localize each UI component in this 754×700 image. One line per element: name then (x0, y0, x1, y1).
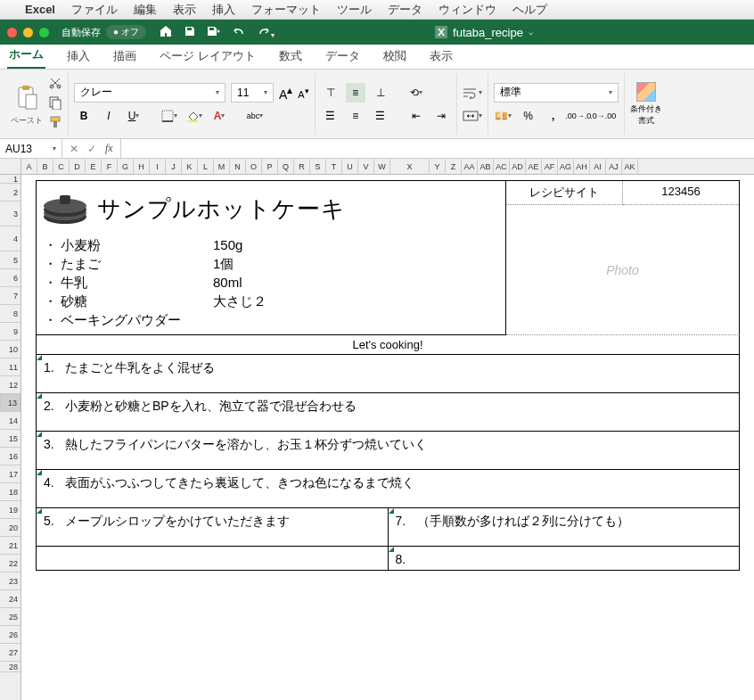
row-header-16[interactable]: 16 (0, 448, 20, 465)
col-header-AG[interactable]: AG (558, 159, 574, 174)
row-header-1[interactable]: 1 (0, 175, 20, 184)
col-header-R[interactable]: R (294, 159, 310, 174)
tab-home[interactable]: ホーム (7, 43, 45, 69)
row-header-20[interactable]: 20 (0, 519, 20, 537)
col-header-AA[interactable]: AA (462, 159, 478, 174)
col-header-D[interactable]: D (70, 159, 86, 174)
col-header-AI[interactable]: AI (590, 159, 606, 174)
italic-button[interactable]: I (99, 106, 119, 126)
row-header-27[interactable]: 27 (0, 644, 20, 662)
select-all-corner[interactable] (0, 159, 21, 174)
save-as-icon[interactable] (207, 25, 221, 40)
number-format-select[interactable]: 標準▾ (494, 83, 619, 103)
col-header-AB[interactable]: AB (478, 159, 494, 174)
col-header-K[interactable]: K (182, 159, 198, 174)
menu-tools[interactable]: ツール (337, 2, 372, 18)
col-header-Z[interactable]: Z (446, 159, 462, 174)
row-header-3[interactable]: 3 (0, 202, 20, 226)
row-header-17[interactable]: 17 (0, 465, 20, 483)
close-button[interactable] (7, 28, 17, 37)
tab-layout[interactable]: ページ レイアウト (158, 45, 258, 69)
home-icon[interactable] (159, 24, 173, 41)
row-header-2[interactable]: 2 (0, 184, 20, 202)
row-header-4[interactable]: 4 (0, 226, 20, 251)
merge-cells-icon[interactable]: ▾ (463, 106, 482, 126)
col-header-Q[interactable]: Q (278, 159, 294, 174)
minimize-button[interactable] (23, 28, 33, 37)
col-header-O[interactable]: O (246, 159, 262, 174)
row-header-14[interactable]: 14 (0, 412, 20, 430)
col-header-J[interactable]: J (166, 159, 182, 174)
row-header-9[interactable]: 9 (0, 323, 20, 341)
row-header-22[interactable]: 22 (0, 555, 20, 572)
col-header-S[interactable]: S (310, 159, 326, 174)
col-header-AE[interactable]: AE (526, 159, 542, 174)
col-header-F[interactable]: F (102, 159, 118, 174)
col-header-I[interactable]: I (150, 159, 166, 174)
align-bottom-icon[interactable]: ⊥ (371, 83, 390, 103)
menu-view[interactable]: 表示 (173, 2, 196, 18)
app-name[interactable]: Excel (25, 3, 55, 16)
indent-increase-icon[interactable]: ⇥ (431, 106, 451, 126)
decrease-font-icon[interactable]: A▾ (298, 86, 308, 100)
row-header-5[interactable]: 5 (0, 251, 20, 269)
percent-icon[interactable]: % (519, 106, 538, 126)
col-header-V[interactable]: V (358, 159, 374, 174)
menu-window[interactable]: ウィンドウ (438, 2, 496, 18)
row-header-13[interactable]: 13 (0, 394, 20, 412)
comma-icon[interactable]: , (544, 106, 563, 126)
align-center-icon[interactable]: ≡ (346, 106, 365, 126)
menu-data[interactable]: データ (388, 2, 422, 18)
col-header-A[interactable]: A (21, 159, 37, 174)
document-title[interactable]: futaba_recipe ⌵ (221, 26, 533, 39)
underline-button[interactable]: U▾ (124, 106, 143, 126)
font-color-button[interactable]: A▾ (209, 106, 229, 126)
col-header-P[interactable]: P (262, 159, 278, 174)
col-header-W[interactable]: W (374, 159, 390, 174)
row-header-6[interactable]: 6 (0, 269, 20, 287)
font-name-select[interactable]: クレー▾ (74, 83, 225, 103)
zoom-button[interactable] (39, 28, 49, 37)
decrease-decimal-icon[interactable]: .0→.00 (594, 106, 613, 126)
col-header-AJ[interactable]: AJ (606, 159, 622, 174)
fx-icon[interactable]: fx (105, 142, 113, 155)
col-header-N[interactable]: N (230, 159, 246, 174)
menu-format[interactable]: フォーマット (251, 2, 321, 18)
tab-formulas[interactable]: 数式 (277, 45, 304, 69)
row-header-11[interactable]: 11 (0, 358, 20, 376)
increase-font-icon[interactable]: A▴ (279, 84, 292, 102)
col-header-L[interactable]: L (198, 159, 214, 174)
row-header-26[interactable]: 26 (0, 626, 20, 644)
bold-button[interactable]: B (74, 106, 94, 126)
row-header-12[interactable]: 12 (0, 376, 20, 394)
col-header-H[interactable]: H (134, 159, 150, 174)
row-header-23[interactable]: 23 (0, 572, 20, 590)
col-header-U[interactable]: U (342, 159, 358, 174)
align-top-icon[interactable]: ⊤ (321, 83, 340, 103)
cut-icon[interactable] (48, 76, 62, 93)
row-header-10[interactable]: 10 (0, 341, 20, 358)
orientation-icon[interactable]: ⟲▾ (406, 83, 426, 103)
autosave-toggle[interactable]: 自動保存 ● オフ (61, 25, 146, 39)
row-header-25[interactable]: 25 (0, 608, 20, 626)
col-header-C[interactable]: C (53, 159, 70, 174)
border-button[interactable]: ▾ (160, 106, 179, 126)
menu-edit[interactable]: 編集 (134, 2, 157, 18)
conditional-formatting-button[interactable]: 条件付き 書式 (630, 82, 662, 127)
col-header-X[interactable]: X (390, 159, 430, 174)
currency-icon[interactable]: 💴▾ (494, 106, 513, 126)
row-header-7[interactable]: 7 (0, 287, 20, 305)
tab-review[interactable]: 校閲 (381, 45, 408, 69)
tab-view[interactable]: 表示 (428, 45, 455, 69)
col-header-Y[interactable]: Y (430, 159, 446, 174)
format-painter-icon[interactable] (48, 115, 62, 132)
row-header-21[interactable]: 21 (0, 537, 20, 555)
col-header-E[interactable]: E (86, 159, 102, 174)
indent-decrease-icon[interactable]: ⇤ (406, 106, 426, 126)
font-size-select[interactable]: 11▾ (231, 83, 274, 103)
col-header-B[interactable]: B (37, 159, 53, 174)
align-middle-icon[interactable]: ≡ (346, 83, 365, 103)
col-header-AF[interactable]: AF (542, 159, 558, 174)
tab-draw[interactable]: 描画 (111, 45, 138, 69)
col-header-T[interactable]: T (326, 159, 342, 174)
